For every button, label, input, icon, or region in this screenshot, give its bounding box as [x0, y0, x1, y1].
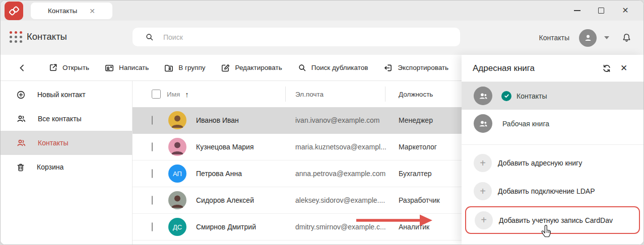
trash-icon [16, 162, 26, 173]
sidebar-item-all-contacts[interactable]: Все контакты [1, 107, 132, 131]
column-header-name[interactable]: Имя ↑ [167, 81, 285, 107]
contact-name: Иванов Иван [189, 116, 285, 124]
panel-divider [462, 144, 643, 145]
contact-name: Петрова Анна [189, 170, 285, 178]
add-ldap-connection-button[interactable]: + Добавить подключение LDAP [462, 177, 643, 205]
open-button[interactable]: Открыть [42, 59, 96, 76]
column-header-email[interactable]: Эл.почта [285, 81, 385, 107]
contact-role: Разработчик [385, 196, 463, 204]
app-window: Контакты ✕ ✕ Контакты Контакты [0, 0, 644, 245]
row-checkbox[interactable] [152, 116, 153, 125]
search-icon [297, 63, 307, 72]
compose-button[interactable]: Написать [98, 59, 155, 76]
contact-email: anna.petrova@example.com [285, 170, 385, 178]
panel-close-button[interactable]: ✕ [615, 60, 632, 77]
contact-email: dmitry.smirnov@example.c... [285, 223, 385, 231]
window-titlebar: Контакты ✕ ✕ [1, 1, 643, 21]
select-all-checkbox[interactable] [152, 90, 161, 99]
people-icon [16, 113, 27, 124]
book-avatar [474, 114, 492, 133]
add-address-book-button[interactable]: + Добавить адресную книгу [462, 149, 643, 177]
address-book-contacts[interactable]: Контакты [462, 82, 643, 110]
window-controls: ✕ [565, 1, 637, 21]
search-input[interactable] [163, 33, 425, 41]
contacts-table: Имя ↑ Эл.почта Должность Иванов Иван iva… [133, 81, 463, 244]
contact-name: Сидоров Алексей [189, 196, 285, 204]
contact-role: Менеджер [385, 116, 463, 124]
chevron-down-icon[interactable] [604, 36, 609, 39]
bell-icon[interactable] [621, 32, 632, 44]
minimize-button[interactable] [565, 1, 589, 21]
folder-person-icon [164, 63, 174, 73]
to-group-button[interactable]: В группу [157, 59, 212, 76]
edit-button[interactable]: Редактировать [214, 59, 288, 76]
panel-header: Адресная книга ✕ [462, 55, 643, 82]
account-avatar[interactable] [579, 29, 597, 47]
action-label: Добавить подключение LDAP [498, 187, 595, 195]
check-badge-icon [501, 91, 511, 101]
maximize-button[interactable] [589, 1, 613, 21]
row-checkbox[interactable] [152, 169, 153, 178]
table-row[interactable]: Сидоров Алексей aleksey.sidorov@example.… [133, 187, 463, 214]
book-label: Рабочая книга [502, 120, 549, 128]
annotation-highlight-box: + Добавить учетную запись CardDav [465, 206, 640, 234]
account-label: Контакты [539, 34, 569, 42]
export-icon [383, 63, 393, 73]
app-header: Контакты Контакты [1, 21, 643, 55]
table-row[interactable]: Иванов Иван ivan.ivanov@example.com Мене… [133, 107, 463, 134]
avatar-initials: АП [168, 165, 186, 183]
open-in-new-icon [48, 63, 58, 72]
minimize-icon [574, 10, 581, 11]
search-bar[interactable] [133, 28, 460, 46]
contact-email: maria.kuznetsova@exampl... [285, 143, 385, 151]
close-button[interactable]: ✕ [613, 1, 637, 21]
close-icon: ✕ [622, 7, 628, 15]
avatar [168, 111, 186, 129]
refresh-button[interactable] [598, 60, 615, 77]
column-header-role[interactable]: Должность [385, 81, 463, 107]
tab-contacts[interactable]: Контакты ✕ [31, 3, 112, 19]
book-avatar [474, 87, 492, 105]
row-checkbox[interactable] [152, 196, 153, 205]
toolbar-label: Редактировать [235, 64, 282, 71]
find-duplicates-button[interactable]: Поиск дубликатов [291, 59, 375, 76]
table-row[interactable]: ДС Смирнов Дмитрий dmitry.smirnov@exampl… [133, 214, 463, 240]
sidebar-item-label: Корзина [37, 163, 63, 171]
avatar-initials: ДС [168, 218, 186, 236]
panel-title: Адресная книга [473, 63, 598, 73]
back-button[interactable] [14, 60, 31, 75]
row-checkbox[interactable] [152, 222, 153, 231]
address-book-work[interactable]: Рабочая книга [462, 110, 643, 137]
person-icon [583, 32, 594, 43]
account-area: Контакты [539, 21, 632, 55]
contact-role: Аналитик [385, 223, 463, 231]
sidebar-item-contacts[interactable]: Контакты [1, 131, 132, 155]
sidebar-item-trash[interactable]: Корзина [1, 155, 132, 179]
toolbar-label: Экспортировать [398, 64, 448, 71]
people-icon [16, 137, 27, 148]
sidebar-item-label: Все контакты [38, 115, 82, 123]
contact-name: Кузнецова Мария [189, 143, 285, 151]
plus-icon: + [474, 182, 492, 200]
apps-grid-icon[interactable] [9, 30, 23, 44]
add-carddav-account-button[interactable]: + Добавить учетную запись CardDav [466, 207, 639, 233]
avatar [168, 138, 186, 156]
book-label: Контакты [517, 92, 547, 100]
contact-role: Маркетолог [385, 143, 463, 151]
maximize-icon [598, 8, 604, 14]
contact-name: Смирнов Дмитрий [189, 223, 285, 231]
toolbar-label: Написать [119, 64, 149, 71]
app-logo-icon [5, 2, 23, 20]
sidebar-item-label: Контакты [38, 139, 68, 147]
sort-ascending-icon[interactable]: ↑ [185, 90, 189, 99]
table-row[interactable]: АП Петрова Анна anna.petrova@example.com… [133, 160, 463, 187]
sidebar-item-label: Новый контакт [37, 91, 86, 99]
sidebar-item-new-contact[interactable]: Новый контакт [1, 83, 132, 107]
tab-close-icon[interactable]: ✕ [89, 7, 95, 15]
avatar [168, 191, 186, 209]
search-icon [145, 32, 154, 42]
export-button[interactable]: Экспортировать [376, 59, 455, 76]
table-row[interactable]: Кузнецова Мария maria.kuznetsova@exampl.… [133, 134, 463, 160]
row-checkbox[interactable] [152, 142, 153, 151]
table-filler [133, 240, 463, 245]
